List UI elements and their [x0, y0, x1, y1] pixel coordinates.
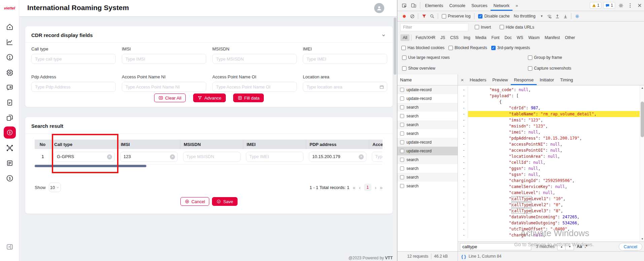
disable-cache-checkbox[interactable]: Disable cache — [478, 14, 509, 18]
request-row[interactable]: search — [397, 182, 458, 190]
fold-marker[interactable]: - — [458, 105, 468, 111]
clear-value-icon[interactable]: ✕ — [359, 154, 364, 159]
fold-marker[interactable]: - — [458, 196, 468, 202]
checkbox-box[interactable] — [528, 55, 532, 60]
next-page-button[interactable]: › — [375, 185, 377, 190]
collapse-panel-icon[interactable] — [6, 243, 14, 251]
request-row[interactable]: update-record — [397, 147, 458, 155]
request-checkbox[interactable] — [400, 166, 404, 171]
find-cancel-button[interactable]: Cancel — [619, 243, 642, 251]
preserve-log-checkbox[interactable]: Preserve log — [442, 14, 470, 18]
column-header-imsi[interactable]: IMSI — [117, 140, 180, 149]
fold-marker[interactable]: - — [458, 117, 468, 123]
inspect-element-icon[interactable] — [399, 0, 409, 11]
request-checkbox[interactable] — [400, 175, 404, 179]
chip-all[interactable]: All — [400, 34, 409, 41]
page-size-select[interactable]: 10 — [49, 183, 61, 192]
chip-other[interactable]: Other — [563, 34, 577, 41]
page-scrollbar[interactable] — [393, 16, 397, 261]
detail-tab-timing[interactable]: Timing — [557, 74, 576, 85]
row-input[interactable]: 123✕ — [120, 152, 178, 162]
fold-marker[interactable]: - — [458, 178, 468, 184]
field-input[interactable] — [303, 82, 387, 91]
response-viewer[interactable]: - "msg_code": null,- "payload": [- {- "c… — [458, 85, 644, 241]
chip-settings-icon[interactable] — [6, 69, 14, 77]
search-icon[interactable] — [428, 12, 436, 20]
request-checkbox[interactable] — [400, 158, 404, 162]
request-checkbox[interactable] — [400, 140, 404, 144]
issues-badge[interactable]: 1 — [603, 2, 615, 9]
checkbox-box[interactable] — [528, 66, 532, 71]
find-previous-button[interactable]: ▲ — [557, 243, 566, 250]
column-header-msisdn[interactable]: MSISDN — [180, 140, 243, 149]
fold-marker[interactable]: - — [458, 141, 468, 147]
fold-marker[interactable]: - — [458, 190, 468, 196]
detail-tab-initiator[interactable]: Initiator — [537, 74, 557, 85]
row-input[interactable]: Type MSISDN — [183, 152, 241, 162]
request-checkbox[interactable] — [400, 149, 404, 153]
request-row[interactable]: search — [397, 120, 458, 129]
copy-icon[interactable] — [6, 114, 14, 122]
checkbox-show-overview[interactable]: Show overview — [402, 66, 435, 71]
request-checkbox[interactable] — [400, 123, 404, 127]
save-button[interactable]: Save — [212, 197, 238, 206]
column-header-imei[interactable]: IMEI — [243, 140, 306, 149]
fold-marker[interactable]: - — [458, 99, 468, 105]
request-row[interactable]: update-record — [397, 85, 458, 94]
hide-data-urls-checkbox[interactable]: Hide data URLs — [500, 25, 534, 30]
export-har-icon[interactable] — [561, 12, 569, 20]
request-row[interactable]: search — [397, 155, 458, 164]
fold-marker[interactable]: - — [458, 93, 468, 99]
line-chart-icon[interactable] — [6, 38, 14, 46]
chip-font[interactable]: Font — [489, 34, 502, 41]
field-input[interactable] — [122, 82, 206, 91]
request-checkbox[interactable] — [400, 105, 404, 109]
dollar-circle-icon[interactable]: $ — [6, 174, 14, 182]
calendar-icon[interactable] — [379, 84, 384, 91]
field-input[interactable] — [32, 54, 115, 64]
scroll-down-icon[interactable]: ▼ — [640, 237, 644, 240]
checkbox-box[interactable] — [402, 55, 406, 60]
fold-marker[interactable]: - — [458, 220, 468, 226]
request-row[interactable]: update-record — [397, 94, 458, 103]
chip-manifest[interactable]: Manifest — [542, 34, 562, 41]
home-icon[interactable] — [6, 23, 14, 31]
settings-gear-icon[interactable] — [616, 3, 625, 8]
checkbox-blocked-requests[interactable]: Blocked Requests — [449, 45, 487, 50]
import-har-icon[interactable] — [553, 12, 561, 20]
detail-tab-headers[interactable]: Headers — [467, 74, 489, 85]
close-devtools-icon[interactable]: ✕ — [635, 2, 644, 9]
kebab-menu-icon[interactable]: ⋮ — [625, 2, 635, 8]
fold-marker[interactable]: - — [458, 159, 468, 165]
clear-all-button[interactable]: Clear All — [154, 94, 186, 102]
find-input[interactable] — [460, 243, 531, 250]
last-page-button[interactable]: » — [380, 185, 383, 190]
tab-sources[interactable]: Sources — [468, 0, 491, 11]
fold-marker[interactable]: - — [458, 172, 468, 178]
tab-network[interactable]: Network — [491, 0, 513, 11]
chip-ws[interactable]: WS — [514, 34, 526, 41]
chip-media[interactable]: Media — [473, 34, 489, 41]
column-header-access[interactable]: Access — [369, 140, 383, 149]
checkbox-box[interactable] — [449, 46, 453, 50]
find-next-button[interactable]: ▼ — [566, 243, 574, 250]
current-page[interactable]: 1 — [364, 184, 371, 191]
fold-marker[interactable]: - — [458, 123, 468, 129]
column-header-call-type[interactable]: Call type — [51, 140, 117, 149]
request-checkbox[interactable] — [400, 132, 404, 136]
fold-marker[interactable]: - — [458, 184, 468, 190]
regex-button[interactable]: .* — [585, 244, 587, 249]
row-input[interactable]: Type IMEI — [246, 152, 303, 162]
fill-data-button[interactable]: Fill data — [233, 94, 264, 102]
request-row[interactable]: update-record — [397, 138, 458, 147]
field-input[interactable] — [122, 54, 206, 64]
tab-console[interactable]: Console — [446, 0, 468, 11]
network-nodes-icon[interactable] — [6, 144, 14, 152]
fold-marker[interactable]: - — [458, 165, 468, 172]
request-checkbox[interactable] — [400, 88, 404, 92]
clear-value-icon[interactable]: ✕ — [107, 154, 112, 159]
more-tabs-button[interactable]: » — [512, 0, 521, 11]
throttling-select[interactable]: No throttling ▼ — [514, 14, 543, 18]
match-case-button[interactable]: Aa — [577, 244, 582, 249]
fold-marker[interactable]: - — [458, 111, 468, 117]
